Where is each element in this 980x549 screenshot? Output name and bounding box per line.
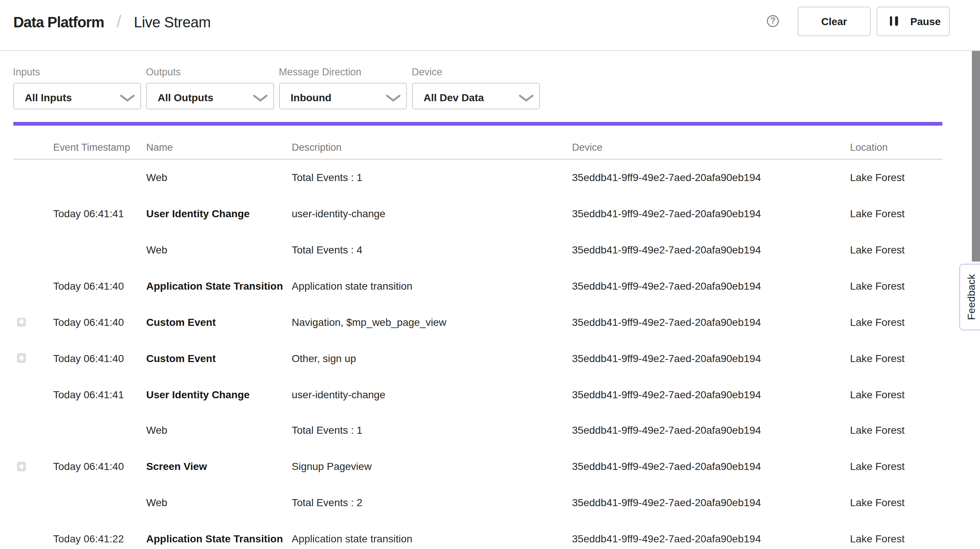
svg-text:?: ? (770, 16, 776, 26)
